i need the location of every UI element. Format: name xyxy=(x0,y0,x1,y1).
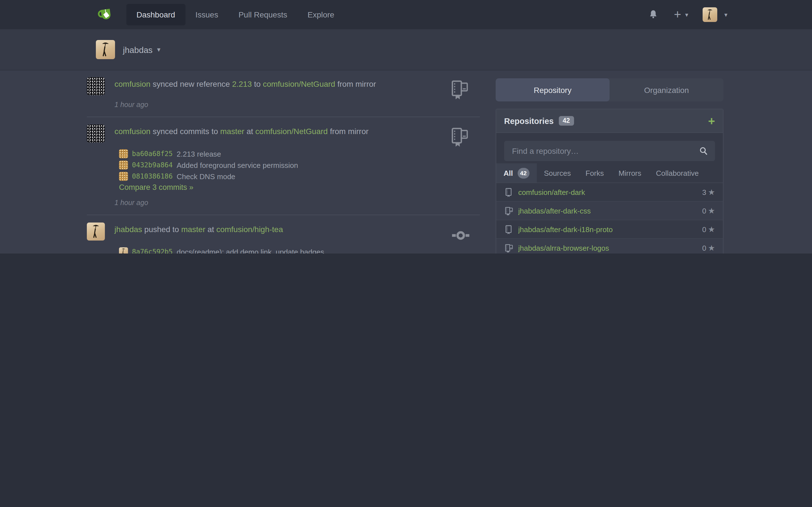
repo-filter-count-badge: 42 xyxy=(517,168,529,178)
context-username[interactable]: jhabdas xyxy=(123,45,153,54)
feed-link[interactable]: 2.213 xyxy=(232,79,252,89)
repositories-count-badge: 42 xyxy=(559,116,574,126)
feed-link[interactable]: master xyxy=(220,127,245,136)
feed-timestamp: 1 hour ago xyxy=(114,198,480,208)
user-menu[interactable]: ▾ xyxy=(703,7,727,22)
mirror-event-icon xyxy=(448,126,470,148)
repo-icon xyxy=(504,187,514,197)
compare-link[interactable]: Compare 3 commits » xyxy=(119,182,480,193)
commit-message: 2.213 release xyxy=(177,150,221,158)
repo-filter-label: Sources xyxy=(544,169,571,177)
umbrella-figure xyxy=(703,7,718,22)
repo-list-item: jhabdas/alrra-browser-logos 0 ★ xyxy=(496,239,723,253)
commit-sha[interactable]: 0432b9a864 xyxy=(132,161,173,169)
repo-search-input[interactable] xyxy=(504,141,715,161)
commit-event-icon xyxy=(452,226,470,244)
feed-link[interactable]: comfusion/NetGuard xyxy=(255,127,328,136)
repo-link[interactable]: comfusion/after-dark xyxy=(518,188,585,196)
repo-link[interactable]: jhabdas/after-dark-i18n-proto xyxy=(518,225,613,233)
plus-icon: + xyxy=(674,8,681,21)
repo-filter-label: Collaborative xyxy=(656,169,699,177)
repo-search xyxy=(496,133,723,161)
umbrella-figure xyxy=(119,247,128,253)
gitea-dashboard: Dashboard Issues Pull Requests Explore +… xyxy=(0,0,812,253)
add-repository-button[interactable]: + xyxy=(708,115,715,127)
gitea-logo-icon[interactable] xyxy=(97,6,114,23)
feed-link[interactable]: comfusion/NetGuard xyxy=(263,79,335,89)
repo-filter[interactable]: Sources xyxy=(537,163,578,182)
sidebar-tab[interactable]: Repository xyxy=(496,78,610,101)
dashboard-sidebar: Repository Organization Repositories 42 … xyxy=(496,70,723,253)
star-count: 0 xyxy=(702,225,706,233)
activity-feed: comfusion synced new reference 2.213 to … xyxy=(87,70,480,253)
mirror-repo-icon xyxy=(504,206,514,216)
feed-link[interactable]: jhabdas xyxy=(114,225,142,234)
repo-filter-label: All xyxy=(504,169,513,177)
repo-org-tabs: Repository Organization xyxy=(496,78,723,101)
repo-filter[interactable]: Mirrors xyxy=(611,163,649,182)
chevron-down-icon: ▾ xyxy=(724,11,727,18)
repo-filter-tabs: All 42 Sources Forks Mirrors Collaborati… xyxy=(496,163,723,183)
feed-link[interactable]: comfusion/high-tea xyxy=(216,225,283,234)
commit-row: 0810386186 Check DNS mode xyxy=(119,171,480,182)
nav-item[interactable]: Dashboard xyxy=(126,4,185,25)
repo-link[interactable]: jhabdas/after-dark-css xyxy=(518,207,591,215)
sidebar-tab[interactable]: Organization xyxy=(610,78,723,101)
feed-title: jhabdas pushed to master at comfusion/hi… xyxy=(114,223,283,235)
commit-sha[interactable]: 0810386186 xyxy=(132,172,173,180)
notifications-bell-icon[interactable] xyxy=(647,8,659,21)
repo-list-item: comfusion/after-dark 3 ★ xyxy=(496,183,723,202)
repo-stars: 3 ★ xyxy=(702,187,715,196)
create-new-button[interactable]: + ▾ xyxy=(674,8,688,21)
nav-item[interactable]: Issues xyxy=(185,4,229,25)
commit-list: 8a76c592b5 docs(readme): add demo link, … xyxy=(119,246,480,253)
umbrella-figure xyxy=(96,40,115,59)
mirror-repo-icon xyxy=(504,243,514,252)
commit-row: 8a76c592b5 docs(readme): add demo link, … xyxy=(119,246,480,253)
feed-link[interactable]: comfusion xyxy=(114,79,151,89)
commit-avatar xyxy=(119,149,128,158)
nav-menu: Dashboard Issues Pull Requests Explore xyxy=(126,0,345,29)
umbrella-figure xyxy=(87,223,105,240)
feed-link[interactable]: comfusion xyxy=(114,127,151,136)
repositories-title: Repositories xyxy=(504,116,554,125)
star-icon: ★ xyxy=(708,206,715,215)
repo-list-item: jhabdas/after-dark-css 0 ★ xyxy=(496,202,723,220)
user-avatar[interactable] xyxy=(703,7,718,22)
nav-right-cluster: + ▾ ▾ xyxy=(647,7,727,22)
context-user-avatar[interactable] xyxy=(96,40,115,59)
feed-item: comfusion synced commits to master at co… xyxy=(87,117,480,215)
repo-filter[interactable]: All 42 xyxy=(496,163,537,182)
commit-list: ba60a68f25 2.213 release 0432b9a864 Adde… xyxy=(119,148,480,182)
commit-avatar xyxy=(119,172,128,181)
actor-avatar[interactable] xyxy=(87,223,105,240)
repositories-panel: Repositories 42 + All 42 Sources Forks M… xyxy=(496,109,723,253)
star-count: 3 xyxy=(702,188,706,196)
feed-title: comfusion synced new reference 2.213 to … xyxy=(114,77,376,90)
actor-avatar[interactable] xyxy=(87,124,105,143)
chevron-down-icon[interactable]: ▾ xyxy=(157,46,160,54)
top-navbar: Dashboard Issues Pull Requests Explore +… xyxy=(0,0,812,29)
commit-message: Check DNS mode xyxy=(177,172,236,180)
star-icon: ★ xyxy=(708,187,715,196)
feed-title: comfusion synced commits to master at co… xyxy=(114,124,368,137)
repo-stars: 0 ★ xyxy=(702,225,715,234)
repo-filter[interactable]: Forks xyxy=(578,163,611,182)
commit-sha[interactable]: ba60a68f25 xyxy=(132,150,173,158)
feed-item: jhabdas pushed to master at comfusion/hi… xyxy=(87,215,480,253)
commit-row: 0432b9a864 Added foreground service perm… xyxy=(119,159,480,171)
feed-link[interactable]: master xyxy=(181,225,206,234)
nav-item[interactable]: Explore xyxy=(297,4,345,25)
star-count: 0 xyxy=(702,207,706,215)
repo-filter-label: Forks xyxy=(586,169,604,177)
search-icon[interactable] xyxy=(699,146,708,156)
commit-sha[interactable]: 8a76c592b5 xyxy=(132,248,173,253)
repo-filter[interactable]: Collaborative xyxy=(649,163,706,182)
repo-link[interactable]: jhabdas/alrra-browser-logos xyxy=(518,244,609,252)
actor-avatar[interactable] xyxy=(87,77,105,95)
commit-avatar xyxy=(119,161,128,170)
commit-message: docs(readme): add demo link, update badg… xyxy=(177,247,324,253)
repo-icon xyxy=(504,224,514,234)
mirror-event-icon xyxy=(448,79,470,100)
nav-item[interactable]: Pull Requests xyxy=(229,4,297,25)
